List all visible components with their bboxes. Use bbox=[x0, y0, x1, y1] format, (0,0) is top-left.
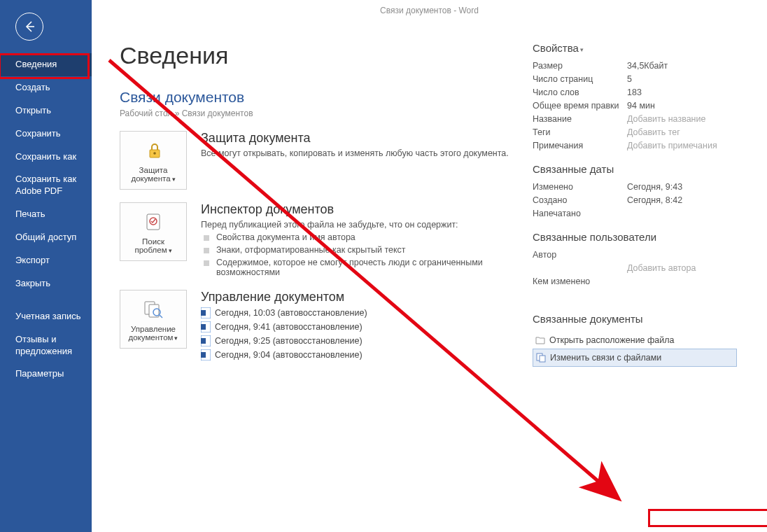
related-documents-heading: Связанные документы bbox=[533, 313, 737, 325]
version-entry[interactable]: Сегодня, 9:25 (автовосстановление) bbox=[201, 335, 533, 346]
sidebar-item-new[interactable]: Создать bbox=[0, 76, 92, 99]
word-file-icon bbox=[201, 349, 211, 360]
inspect-heading: Инспектор документов bbox=[201, 202, 533, 217]
prop-value-placeholder[interactable]: Добавить название bbox=[627, 114, 705, 124]
modified-by-key: Кем изменено bbox=[533, 276, 627, 286]
edit-links-to-files[interactable]: Изменить связи с файлами bbox=[533, 349, 737, 367]
date-value: Сегодня, 8:42 bbox=[627, 195, 682, 205]
prop-value-placeholder[interactable]: Добавить тег bbox=[627, 127, 680, 137]
inspect-document-tile[interactable]: Поиск проблем▾ bbox=[120, 202, 187, 261]
backstage-sidebar: Сведения Создать Открыть Сохранить Сохра… bbox=[0, 0, 92, 532]
protect-text: Все могут открывать, копировать и изменя… bbox=[201, 148, 533, 158]
prop-key: Теги bbox=[533, 127, 627, 137]
prop-key: Размер bbox=[533, 61, 627, 71]
sidebar-item-account[interactable]: Учетная запись bbox=[0, 305, 92, 328]
date-key: Изменено bbox=[533, 182, 627, 192]
protect-document-tile[interactable]: Защита документа▾ bbox=[120, 131, 187, 190]
open-file-location[interactable]: Открыть расположение файла bbox=[533, 332, 737, 349]
version-entry[interactable]: Сегодня, 10:03 (автовосстановление) bbox=[201, 307, 533, 318]
manage-heading: Управление документом bbox=[201, 290, 533, 304]
inspect-bullet: Знаки, отформатированные как скрытый тек… bbox=[201, 245, 533, 255]
version-entry[interactable]: Сегодня, 9:04 (автовосстановление) bbox=[201, 349, 533, 360]
page-title: Сведения bbox=[120, 42, 533, 69]
sidebar-item-info[interactable]: Сведения bbox=[0, 53, 92, 76]
links-icon bbox=[536, 353, 546, 363]
chevron-down-icon: ▾ bbox=[172, 176, 176, 183]
prop-value: 94 мин bbox=[627, 101, 655, 111]
sidebar-item-feedback[interactable]: Отзывы и предложения bbox=[0, 328, 92, 363]
svg-rect-14 bbox=[201, 352, 206, 358]
prop-value: 34,5Кбайт bbox=[627, 61, 668, 71]
back-arrow-icon bbox=[22, 19, 37, 34]
main-area: Связи документов - Word Сведения Связи д… bbox=[92, 0, 767, 532]
prop-key: Число страниц bbox=[533, 74, 627, 84]
sidebar-item-print[interactable]: Печать bbox=[0, 203, 92, 226]
related-dates-heading: Связанные даты bbox=[533, 163, 737, 175]
checklist-icon bbox=[143, 209, 164, 234]
svg-rect-12 bbox=[201, 338, 206, 344]
date-key: Напечатано bbox=[533, 209, 627, 218]
inspect-bullet: Свойства документа и имя автора bbox=[201, 232, 533, 242]
lock-icon bbox=[143, 138, 164, 163]
prop-value: 183 bbox=[627, 88, 642, 97]
document-title[interactable]: Связи документов bbox=[120, 89, 533, 106]
prop-key: Примечания bbox=[533, 141, 627, 150]
author-key: Автор bbox=[533, 250, 627, 260]
inspect-intro: Перед публикацией этого файла не забудьт… bbox=[201, 220, 533, 230]
prop-key: Число слов bbox=[533, 88, 627, 97]
manage-document-tile[interactable]: Управление документом▾ bbox=[120, 290, 187, 349]
date-value: Сегодня, 9:43 bbox=[627, 182, 682, 192]
sidebar-item-open[interactable]: Открыть bbox=[0, 99, 92, 122]
svg-rect-8 bbox=[201, 310, 206, 316]
sidebar-item-options[interactable]: Параметры bbox=[0, 363, 92, 386]
sidebar-item-saveas-pdf[interactable]: Сохранить как Adobe PDF bbox=[0, 168, 92, 203]
annotation-box bbox=[648, 509, 767, 527]
prop-key: Название bbox=[533, 114, 627, 124]
breadcrumb: Рабочий стол » Связи документов bbox=[120, 108, 533, 118]
protect-heading: Защита документа bbox=[201, 131, 533, 146]
back-button[interactable] bbox=[15, 13, 43, 41]
prop-value-placeholder[interactable]: Добавить примечания bbox=[627, 141, 717, 150]
word-file-icon bbox=[201, 335, 211, 346]
window-title: Связи документов - Word bbox=[92, 6, 767, 15]
prop-key: Общее время правки bbox=[533, 101, 627, 111]
document-search-icon bbox=[142, 297, 164, 322]
sidebar-item-saveas[interactable]: Сохранить как bbox=[0, 146, 92, 169]
sidebar-item-save[interactable]: Сохранить bbox=[0, 122, 92, 146]
sidebar-item-export[interactable]: Экспорт bbox=[0, 249, 92, 272]
add-author[interactable]: Добавить автора bbox=[627, 263, 696, 273]
svg-point-1 bbox=[153, 152, 156, 155]
inspect-bullet: Содержимое, которое не смогут прочесть л… bbox=[201, 258, 533, 277]
related-users-heading: Связанные пользователи bbox=[533, 231, 737, 243]
date-key: Создано bbox=[533, 195, 627, 205]
sidebar-item-share[interactable]: Общий доступ bbox=[0, 226, 92, 249]
word-file-icon bbox=[201, 321, 211, 332]
chevron-down-icon: ▾ bbox=[174, 335, 178, 342]
chevron-down-icon: ▾ bbox=[580, 46, 584, 53]
svg-rect-16 bbox=[540, 356, 545, 362]
folder-icon bbox=[535, 335, 545, 345]
chevron-down-icon: ▾ bbox=[169, 247, 172, 254]
properties-heading[interactable]: Свойства▾ bbox=[533, 42, 737, 54]
word-file-icon bbox=[201, 307, 211, 318]
prop-value: 5 bbox=[627, 74, 632, 84]
sidebar-item-close[interactable]: Закрыть bbox=[0, 272, 92, 295]
version-entry[interactable]: Сегодня, 9:41 (автовосстановление) bbox=[201, 321, 533, 332]
svg-rect-10 bbox=[201, 324, 206, 330]
